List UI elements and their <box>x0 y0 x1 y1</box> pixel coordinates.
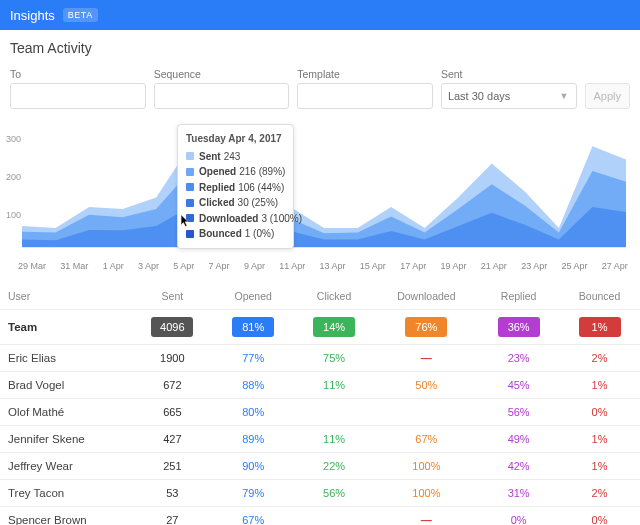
tooltip-value: 1 (0%) <box>245 226 274 242</box>
cell-user: Team <box>0 310 132 345</box>
metric-pill: 81% <box>232 317 274 337</box>
tooltip-title: Tuesday Apr 4, 2017 <box>186 131 285 147</box>
table-header-row: User Sent Opened Clicked Downloaded Repl… <box>0 283 640 310</box>
cell-sent: 53 <box>132 480 213 507</box>
cell-replied: 0% <box>478 507 559 526</box>
metric-pill: 36% <box>498 317 540 337</box>
table-row[interactable]: Jennifer Skene 427 89% 11% 67% 49% 1% <box>0 426 640 453</box>
x-tick: 1 Apr <box>103 261 124 271</box>
col-downloaded[interactable]: Downloaded <box>375 283 479 310</box>
cell-clicked <box>294 399 375 426</box>
beta-badge: BETA <box>63 8 98 22</box>
cell-replied: 36% <box>478 310 559 345</box>
cell-sent: 672 <box>132 372 213 399</box>
metric-pill: 14% <box>313 317 355 337</box>
y-tick: 300 <box>6 134 21 144</box>
apply-button[interactable]: Apply <box>585 83 631 109</box>
x-tick: 5 Apr <box>173 261 194 271</box>
tooltip-label: Downloaded <box>199 211 258 227</box>
tooltip-value: 243 <box>224 149 241 165</box>
tooltip-swatch <box>186 152 194 160</box>
cell-replied: 49% <box>478 426 559 453</box>
cell-replied: 56% <box>478 399 559 426</box>
cell-clicked: 11% <box>294 426 375 453</box>
cell-opened: 77% <box>213 345 294 372</box>
col-clicked[interactable]: Clicked <box>294 283 375 310</box>
cell-downloaded: 100% <box>375 480 479 507</box>
cell-downloaded: 67% <box>375 426 479 453</box>
app-title: Insights <box>10 8 55 23</box>
x-tick: 19 Apr <box>441 261 467 271</box>
activity-chart: 100200300 29 Mar31 Mar1 Apr3 Apr5 Apr7 A… <box>0 121 640 271</box>
table-row-team[interactable]: Team 4096 81% 14% 76% 36% 1% <box>0 310 640 345</box>
tooltip-value: 30 (25%) <box>238 195 279 211</box>
cell-downloaded: 50% <box>375 372 479 399</box>
filter-template-input[interactable] <box>297 83 433 109</box>
cell-clicked: 75% <box>294 345 375 372</box>
cell-user: Eric Elias <box>0 345 132 372</box>
tooltip-swatch <box>186 168 194 176</box>
col-sent[interactable]: Sent <box>132 283 213 310</box>
cell-user: Olof Mathé <box>0 399 132 426</box>
cell-user: Trey Tacon <box>0 480 132 507</box>
filter-sent-select[interactable]: Last 30 days <box>441 83 577 109</box>
tooltip-label: Replied <box>199 180 235 196</box>
tooltip-label: Clicked <box>199 195 235 211</box>
cell-replied: 23% <box>478 345 559 372</box>
tooltip-label: Bounced <box>199 226 242 242</box>
metric-pill: 76% <box>405 317 447 337</box>
cell-bounced: 0% <box>559 507 640 526</box>
table-row[interactable]: Jeffrey Wear 251 90% 22% 100% 42% 1% <box>0 453 640 480</box>
app-header: Insights BETA <box>0 0 640 30</box>
metric-pill: 1% <box>579 317 621 337</box>
cell-sent: 427 <box>132 426 213 453</box>
cell-sent: 27 <box>132 507 213 526</box>
metric-pill: 4096 <box>151 317 193 337</box>
y-tick: 200 <box>6 172 21 182</box>
cell-bounced: 2% <box>559 480 640 507</box>
cell-bounced: 2% <box>559 345 640 372</box>
tooltip-value: 106 (44%) <box>238 180 284 196</box>
cell-bounced: 1% <box>559 372 640 399</box>
x-tick: 31 Mar <box>60 261 88 271</box>
filter-sequence-input[interactable] <box>154 83 290 109</box>
x-tick: 25 Apr <box>561 261 587 271</box>
table-row[interactable]: Trey Tacon 53 79% 56% 100% 31% 2% <box>0 480 640 507</box>
filter-to-input[interactable] <box>10 83 146 109</box>
cell-clicked: 56% <box>294 480 375 507</box>
table-row[interactable]: Olof Mathé 665 80% 56% 0% <box>0 399 640 426</box>
table-row[interactable]: Brad Vogel 672 88% 11% 50% 45% 1% <box>0 372 640 399</box>
cell-bounced: 0% <box>559 399 640 426</box>
x-tick: 9 Apr <box>244 261 265 271</box>
x-tick: 17 Apr <box>400 261 426 271</box>
filter-template-label: Template <box>297 68 433 80</box>
tooltip-swatch <box>186 230 194 238</box>
cell-opened: 89% <box>213 426 294 453</box>
cell-downloaded: — <box>375 345 479 372</box>
tooltip-row: Replied 106 (44%) <box>186 180 285 196</box>
x-tick: 29 Mar <box>18 261 46 271</box>
col-replied[interactable]: Replied <box>478 283 559 310</box>
table-row[interactable]: Spencer Brown 27 67% — 0% 0% <box>0 507 640 526</box>
table-row[interactable]: Eric Elias 1900 77% 75% — 23% 2% <box>0 345 640 372</box>
cell-downloaded: 100% <box>375 453 479 480</box>
col-opened[interactable]: Opened <box>213 283 294 310</box>
cell-bounced: 1% <box>559 310 640 345</box>
col-user[interactable]: User <box>0 283 132 310</box>
col-bounced[interactable]: Bounced <box>559 283 640 310</box>
tooltip-row: Opened 216 (89%) <box>186 164 285 180</box>
tooltip-value: 3 (100%) <box>261 211 302 227</box>
cell-sent: 4096 <box>132 310 213 345</box>
filter-sent-label: Sent <box>441 68 577 80</box>
chart-tooltip: Tuesday Apr 4, 2017 Sent 243 Opened 216 … <box>177 124 294 249</box>
cell-opened: 81% <box>213 310 294 345</box>
tooltip-row: Downloaded 3 (100%) <box>186 211 285 227</box>
cell-downloaded: — <box>375 507 479 526</box>
page-title: Team Activity <box>10 40 630 56</box>
cell-clicked <box>294 507 375 526</box>
tooltip-row: Sent 243 <box>186 149 285 165</box>
cell-user: Jennifer Skene <box>0 426 132 453</box>
activity-table: User Sent Opened Clicked Downloaded Repl… <box>0 283 640 525</box>
cell-sent: 1900 <box>132 345 213 372</box>
cell-downloaded <box>375 399 479 426</box>
